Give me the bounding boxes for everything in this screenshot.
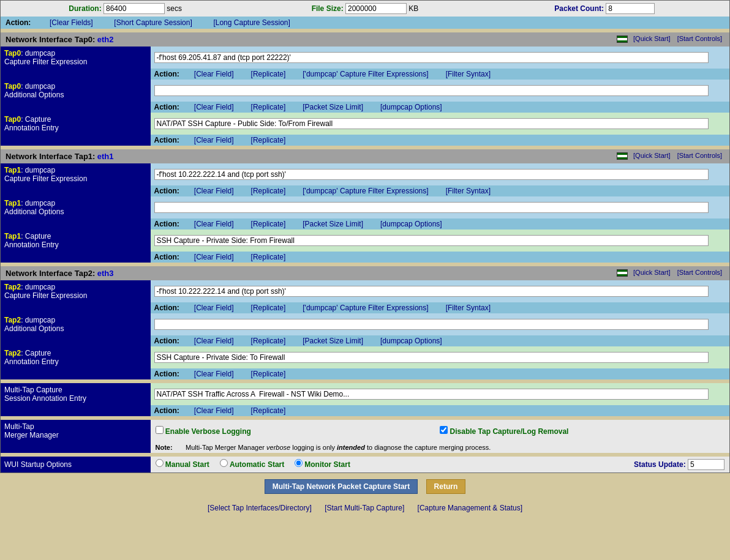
footer-link1[interactable]: [Select Tap Interfaces/Directory] [208, 504, 312, 512]
tap2-filter-tap: Tap2 [4, 283, 21, 291]
tap0-annotation-input[interactable] [154, 118, 709, 129]
tap1-options-clear[interactable]: [Clear Field] [194, 220, 234, 228]
session-replicate[interactable]: [Replicate] [251, 406, 286, 415]
tap2-options-action-label: Action: [154, 337, 179, 345]
tap0-options-dumpcap[interactable]: [dumpcap Options] [380, 103, 442, 111]
tap2-filter-replicate[interactable]: [Replicate] [251, 304, 286, 312]
duration-unit: secs [167, 4, 182, 13]
tap1-options-packet-size[interactable]: [Packet Size Limit] [303, 220, 363, 228]
session-clear[interactable]: [Clear Field] [194, 406, 234, 415]
tap0-filter-replicate[interactable]: [Replicate] [251, 70, 286, 78]
tap1-annotation-clear[interactable]: [Clear Field] [194, 253, 234, 261]
tap0-filter-expressions[interactable]: ['dumpcap' Capture Filter Expressions] [303, 70, 428, 78]
tap0-filter-type: dumpcap [25, 49, 55, 58]
tap2-annotation-action-label: Action: [154, 370, 179, 378]
tap1-annotation-input[interactable] [154, 235, 709, 246]
tap1-filter-input[interactable] [154, 169, 709, 180]
tap0-filter-syntax[interactable]: [Filter Syntax] [446, 70, 491, 78]
tap2-options-tap: Tap2 [4, 316, 21, 324]
tap2-filter-expressions[interactable]: ['dumpcap' Capture Filter Expressions] [303, 304, 428, 312]
tap2-options-dumpcap[interactable]: [dumpcap Options] [380, 337, 442, 345]
filesize-unit: KB [408, 4, 418, 13]
tap2-options-desc: Additional Options [4, 324, 64, 333]
merger-label2: Merger Manager [4, 431, 59, 439]
verbose-logging-checkbox[interactable] [156, 426, 164, 434]
return-button[interactable]: Return [426, 479, 466, 494]
tap2-filter-clear[interactable]: [Clear Field] [194, 304, 234, 312]
tap1-options-desc: Additional Options [4, 207, 64, 216]
footer-link3[interactable]: [Capture Management & Status] [418, 504, 522, 512]
tap1-annotation-action-label: Action: [154, 253, 179, 261]
tap1-options-input[interactable] [154, 202, 709, 213]
tap1-start-controls[interactable]: [Start Controls] [677, 152, 722, 159]
footer-link2[interactable]: [Start Multi-Tap Capture] [325, 504, 404, 512]
verbose-logging-label: Enable Verbose Logging [165, 427, 251, 436]
merger-note-intended: intended [337, 444, 365, 451]
short-capture-link[interactable]: [Short Capture Session] [114, 18, 192, 27]
tap1-annotation-replicate[interactable]: [Replicate] [251, 253, 286, 261]
tap1-options-dumpcap[interactable]: [dumpcap Options] [380, 220, 442, 228]
tap0-options-colon: : [21, 82, 25, 91]
tap2-annotation-replicate[interactable]: [Replicate] [251, 370, 286, 378]
tap1-filter-clear[interactable]: [Clear Field] [194, 187, 234, 195]
tap0-start-controls[interactable]: [Start Controls] [677, 35, 722, 42]
tap1-filter-syntax[interactable]: [Filter Syntax] [446, 187, 491, 195]
status-update-input[interactable] [688, 459, 724, 470]
tap0-quick-start[interactable]: [Quick Start] [633, 35, 671, 42]
filesize-input[interactable] [345, 3, 407, 14]
packetcount-input[interactable] [606, 3, 655, 14]
tap0-filter-clear[interactable]: [Clear Field] [194, 70, 234, 78]
capture-start-button[interactable]: Multi-Tap Network Packet Capture Start [265, 479, 418, 494]
tap2-options-input[interactable] [154, 319, 709, 330]
tap0-options-action-label: Action: [154, 103, 179, 111]
filesize-label: File Size: [312, 4, 344, 13]
tap1-filter-expressions[interactable]: ['dumpcap' Capture Filter Expressions] [303, 187, 428, 195]
long-capture-link[interactable]: [Long Capture Session] [213, 18, 290, 27]
tap2-quick-start[interactable]: [Quick Start] [633, 269, 671, 276]
tap0-filter-input[interactable] [154, 52, 709, 63]
tap1-annotation-type: Capture [25, 232, 51, 241]
clear-fields-link[interactable]: [Clear Fields] [50, 18, 93, 27]
status-update-label: Status Update: [634, 460, 686, 469]
tap2-options-clear[interactable]: [Clear Field] [194, 337, 234, 345]
tap0-annotation-tap: Tap0 [4, 115, 21, 124]
tap0-annotation-replicate[interactable]: [Replicate] [251, 136, 286, 144]
merger-label1: Multi-Tap [4, 422, 34, 431]
disable-capture-checkbox[interactable] [440, 426, 448, 434]
tap2-filter-input[interactable] [154, 286, 709, 297]
tap2-options-replicate[interactable]: [Replicate] [251, 337, 286, 345]
session-annotation-input[interactable] [154, 389, 709, 400]
tap2-annotation-tap: Tap2 [4, 349, 21, 357]
tap2-start-controls[interactable]: [Start Controls] [677, 269, 722, 276]
monitor-start-radio[interactable] [295, 459, 303, 467]
session-action-label: Action: [154, 406, 179, 415]
flag-icon-tap0 [617, 35, 628, 43]
manual-start-radio[interactable] [156, 459, 164, 467]
tap0-annotation-clear[interactable]: [Clear Field] [194, 136, 234, 144]
tap0-annotation-type: Capture [25, 115, 51, 124]
tap2-filter-syntax[interactable]: [Filter Syntax] [446, 304, 491, 312]
packetcount-label: Packet Count: [554, 4, 604, 13]
duration-input[interactable] [103, 3, 165, 14]
manual-start-label: Manual Start [165, 460, 209, 469]
tap0-options-input[interactable] [154, 85, 709, 96]
tap2-filter-type: dumpcap [25, 283, 55, 291]
tap2-annotation-input[interactable] [154, 352, 709, 363]
tap0-filter-desc: Capture Filter Expression [4, 58, 87, 66]
tap1-filter-desc: Capture Filter Expression [4, 174, 87, 183]
tap2-options-packet-size[interactable]: [Packet Size Limit] [303, 337, 363, 345]
monitor-start-label: Monitor Start [304, 460, 350, 469]
tap0-options-clear[interactable]: [Clear Field] [194, 103, 234, 111]
tap2-options-type: dumpcap [25, 316, 55, 324]
tap0-options-replicate[interactable]: [Replicate] [251, 103, 286, 111]
merger-note-rest: logging is only [292, 444, 337, 451]
tap1-options-replicate[interactable]: [Replicate] [251, 220, 286, 228]
tap1-filter-replicate[interactable]: [Replicate] [251, 187, 286, 195]
automatic-start-radio[interactable] [220, 459, 228, 467]
tap1-quick-start[interactable]: [Quick Start] [633, 152, 671, 159]
tap2-annotation-clear[interactable]: [Clear Field] [194, 370, 234, 378]
tap2-annotation-colon: : [21, 349, 25, 357]
tap0-options-packet-size[interactable]: [Packet Size Limit] [303, 103, 363, 111]
startup-label: WUI Startup Options [4, 460, 72, 469]
tap1-filter-action-label: Action: [154, 187, 179, 195]
